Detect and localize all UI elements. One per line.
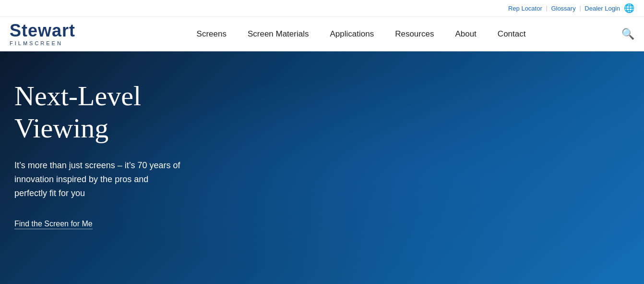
search-icon[interactable]: 🔍 [621,28,634,40]
hero-section: Next-Level Viewing It’s more than just s… [0,51,644,284]
nav-item-screen-materials[interactable]: Screen Materials [237,29,320,39]
nav-item-screens[interactable]: Screens [186,29,237,39]
rep-locator-link[interactable]: Rep Locator [508,5,542,12]
logo-brand: Stewart [10,22,86,39]
nav-item-about[interactable]: About [444,29,487,39]
utility-bar: Rep Locator | Glossary | Dealer Login 🌐 [0,0,644,17]
dealer-login-link[interactable]: Dealer Login [584,5,620,12]
nav-item-applications[interactable]: Applications [319,29,384,39]
logo[interactable]: Stewart FILMSCREEN [10,22,86,46]
globe-icon[interactable]: 🌐 [624,3,634,13]
glossary-link[interactable]: Glossary [551,5,575,12]
divider-2: | [580,4,581,12]
nav-items: Screens Screen Materials Applications Re… [106,29,617,39]
nav-item-contact[interactable]: Contact [487,29,537,39]
logo-sub: FILMSCREEN [10,40,86,46]
divider-1: | [546,4,548,12]
nav-item-resources[interactable]: Resources [384,29,444,39]
hero-cta-link[interactable]: Find the Screen for Me [14,220,93,229]
hero-description: It’s more than just screens – it’s 70 ye… [14,159,182,200]
hero-title: Next-Level Viewing [14,80,216,144]
main-nav: Stewart FILMSCREEN Screens Screen Materi… [0,17,644,51]
hero-content: Next-Level Viewing It’s more than just s… [14,80,216,228]
